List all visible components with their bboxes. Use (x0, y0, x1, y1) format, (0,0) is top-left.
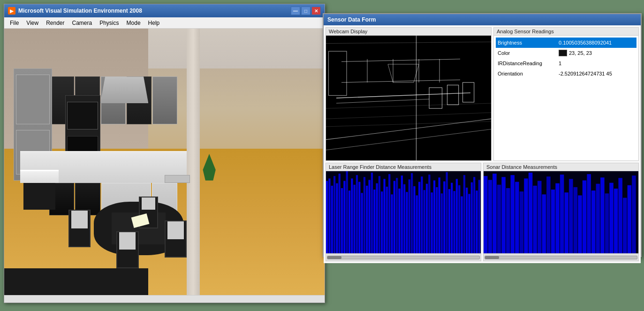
oven-display (67, 102, 98, 130)
menu-render[interactable]: Render (42, 19, 68, 27)
svg-rect-111 (600, 177, 605, 253)
svg-rect-60 (421, 176, 423, 253)
laser-display (326, 171, 481, 253)
close-button[interactable]: ✕ (311, 7, 321, 15)
svg-rect-43 (379, 176, 380, 253)
svg-rect-48 (391, 194, 393, 253)
color-label: Color (498, 50, 559, 56)
laser-scrollbar[interactable] (326, 253, 481, 261)
svg-rect-86 (488, 180, 492, 253)
svg-rect-99 (546, 176, 551, 253)
maximize-button[interactable]: □ (301, 7, 311, 15)
svg-rect-36 (361, 193, 363, 253)
orientation-value: -2.52091264724731 45 (559, 71, 635, 76)
chair-2 (116, 231, 139, 269)
svg-rect-22 (326, 181, 328, 253)
svg-rect-58 (416, 195, 418, 253)
svg-rect-39 (368, 180, 370, 253)
svg-rect-67 (439, 177, 440, 253)
svg-rect-66 (436, 187, 438, 253)
svg-rect-113 (609, 183, 614, 253)
analog-row-orientation[interactable]: Orientation -2.52091264724731 45 (496, 68, 636, 79)
svg-rect-0 (326, 36, 491, 160)
laser-panel: Laser Range Finder Distance Measurements (326, 163, 481, 261)
svg-rect-52 (401, 175, 403, 253)
svg-rect-50 (396, 178, 398, 253)
analog-row-color[interactable]: Color 23, 25, 23 (496, 48, 636, 58)
svg-rect-103 (564, 192, 568, 253)
color-value: 23, 25, 23 (569, 50, 635, 56)
menu-bar: File View Render Camera Physics Mode Hel… (4, 17, 325, 29)
svg-rect-55 (409, 180, 410, 254)
ir-label: IRDistanceReading (498, 61, 559, 66)
svg-rect-87 (492, 174, 497, 253)
svg-rect-46 (386, 187, 388, 253)
svg-rect-105 (574, 187, 578, 253)
svg-rect-109 (591, 190, 596, 253)
svg-rect-75 (458, 185, 460, 253)
ir-value: 1 (559, 61, 635, 66)
brightness-value: 0.10050356388092041 (559, 40, 635, 46)
sensor-top-row: Webcam Display (326, 27, 639, 161)
svg-rect-108 (587, 174, 591, 253)
svg-rect-94 (524, 178, 528, 253)
svg-rect-32 (351, 178, 353, 253)
webcam-svg (326, 36, 491, 160)
menu-help[interactable]: Help (144, 19, 164, 27)
chair-seat-4 (142, 197, 156, 210)
svg-rect-42 (376, 183, 378, 253)
3d-viewport[interactable] (4, 29, 325, 295)
menu-mode[interactable]: Mode (123, 19, 144, 27)
sonar-display (484, 171, 638, 253)
svg-rect-26 (336, 183, 338, 253)
webcam-panel: Webcam Display (326, 27, 492, 161)
app-icon: ▶ (8, 7, 15, 15)
svg-rect-101 (555, 183, 560, 253)
svg-rect-35 (358, 182, 360, 253)
svg-rect-96 (533, 186, 537, 253)
svg-rect-38 (366, 186, 368, 253)
viewport-scrollbar[interactable] (4, 295, 325, 303)
analog-row-brightness[interactable]: Brightness 0.10050356388092041 (496, 38, 636, 48)
svg-rect-56 (411, 173, 413, 253)
main-title-bar: ▶ Microsoft Visual Simulation Environmen… (4, 4, 325, 17)
svg-rect-71 (448, 189, 450, 253)
range-hood (100, 76, 148, 103)
island-base (23, 183, 55, 210)
svg-rect-98 (542, 194, 546, 253)
menu-file[interactable]: File (6, 19, 23, 27)
svg-rect-53 (403, 184, 405, 253)
minimize-button[interactable]: — (291, 7, 300, 15)
sonar-svg (484, 171, 638, 253)
svg-rect-107 (583, 181, 587, 253)
main-window-title: Microsoft Visual Simulation Environment … (18, 8, 288, 14)
orientation-label: Orientation (498, 71, 559, 76)
analog-row-ir[interactable]: IRDistanceReading 1 (496, 58, 636, 68)
island-counter-top (20, 170, 59, 183)
sonar-scrollbar[interactable] (484, 253, 638, 261)
svg-rect-117 (628, 185, 632, 253)
svg-rect-31 (349, 190, 350, 253)
sonar-header: Sonar Distance Measurements (484, 163, 638, 171)
svg-rect-47 (388, 174, 390, 253)
analog-header: Analog Sensor Readings (494, 28, 638, 36)
main-window: ▶ Microsoft Visual Simulation Environmen… (4, 4, 325, 303)
chair-seat-1 (71, 211, 88, 228)
fridge-upper-door (16, 75, 50, 124)
sonar-scroll-thumb (485, 256, 499, 259)
svg-rect-114 (614, 189, 618, 253)
sensor-bottom-row: Laser Range Finder Distance Measurements (326, 163, 639, 261)
color-swatch (559, 50, 567, 56)
svg-rect-64 (431, 192, 433, 253)
svg-rect-95 (529, 173, 533, 253)
svg-rect-81 (473, 177, 475, 253)
menu-camera[interactable]: Camera (68, 19, 96, 27)
menu-physics[interactable]: Physics (96, 19, 122, 27)
menu-view[interactable]: View (23, 19, 42, 27)
svg-rect-85 (484, 176, 488, 253)
svg-rect-51 (398, 189, 400, 253)
svg-rect-24 (331, 186, 333, 253)
svg-rect-115 (618, 178, 622, 253)
sonar-panel: Sonar Distance Measurements (483, 163, 639, 261)
svg-rect-97 (538, 181, 542, 253)
